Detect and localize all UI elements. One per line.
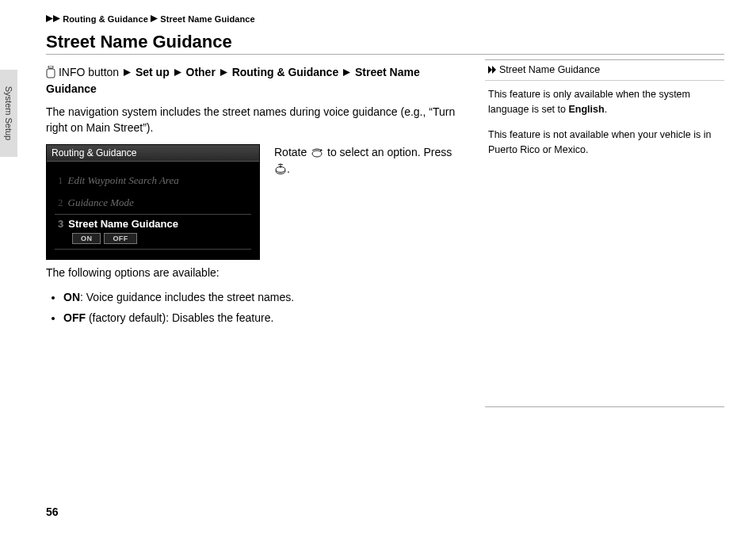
svg-marker-8 [343, 69, 350, 76]
note-title: Street Name Guidance [499, 64, 600, 75]
menu-row-2-label: Guidance Mode [68, 196, 134, 208]
triangle-icon [151, 14, 158, 24]
note-p1: This feature is only available when the … [488, 87, 721, 117]
section-tab: System Setup [0, 70, 17, 157]
nav-other: Other [186, 66, 216, 78]
nav-info: INFO button [59, 66, 119, 78]
intro-text: The navigation system includes the stree… [46, 104, 466, 136]
page-number: 56 [46, 505, 59, 518]
screenshot-row: Routing & Guidance 1Edit Waypoint Search… [46, 144, 466, 260]
note-p1c: . [605, 104, 607, 115]
option-off-label: OFF [63, 311, 86, 324]
menu-row-1-label: Edit Waypoint Search Area [68, 174, 179, 186]
svg-marker-1 [53, 15, 60, 22]
breadcrumb: Routing & Guidance Street Name Guidance [46, 14, 724, 24]
triangle-icon [53, 14, 60, 24]
option-off-text: (factory default): Disables the feature. [86, 311, 273, 324]
note-body: This feature is only available when the … [485, 81, 724, 406]
step-instruction: Rotate to select an option. Press . [274, 144, 466, 177]
svg-marker-15 [488, 66, 492, 74]
nav-setup: Set up [136, 66, 170, 78]
note-p1b: English [568, 104, 604, 115]
toggle-on: ON [72, 233, 101, 244]
manual-page: System Setup Routing & Guidance Street N… [0, 0, 756, 534]
svg-marker-7 [220, 69, 227, 76]
step-c: . [287, 162, 290, 175]
svg-rect-4 [47, 69, 55, 78]
content-columns: INFO button Set up Other Routing & Guida… [46, 59, 724, 407]
step-a: Rotate [274, 146, 310, 158]
menu-row-2: 2Guidance Mode [55, 192, 251, 214]
screenshot-body: 1Edit Waypoint Search Area 2Guidance Mod… [47, 162, 259, 251]
device-screenshot: Routing & Guidance 1Edit Waypoint Search… [46, 144, 260, 260]
double-chevron-icon [488, 64, 498, 75]
on-off-toggle: ON OFF [72, 233, 248, 244]
section-tab-label: System Setup [4, 86, 13, 140]
note-p2: This feature is not available when your … [488, 128, 721, 158]
svg-point-9 [312, 151, 322, 157]
svg-marker-0 [46, 15, 53, 22]
follow-text: The following options are available: [46, 265, 466, 280]
menu-row-1: 1Edit Waypoint Search Area [55, 170, 251, 192]
option-off: OFF (factory default): Disables the feat… [63, 309, 466, 326]
svg-marker-6 [174, 69, 181, 76]
nav-routing: Routing & Guidance [232, 66, 339, 78]
triangle-icon [220, 64, 227, 81]
svg-rect-3 [48, 66, 53, 68]
option-on-label: ON [63, 291, 80, 303]
side-column: Street Name Guidance This feature is onl… [485, 59, 724, 407]
press-dial-icon [274, 162, 287, 175]
option-on-text: : Voice guidance includes the street nam… [80, 291, 294, 303]
option-on: ON: Voice guidance includes the street n… [63, 288, 466, 306]
nav-path: INFO button Set up Other Routing & Guida… [46, 64, 466, 97]
breadcrumb-a: Routing & Guidance [63, 14, 148, 24]
svg-marker-5 [124, 69, 131, 76]
rotate-dial-icon [310, 146, 324, 158]
menu-row-3-label: Street Name Guidance [68, 218, 178, 230]
triangle-icon [124, 64, 131, 81]
options-list: ON: Voice guidance includes the street n… [46, 288, 466, 327]
triangle-icon [46, 14, 53, 24]
svg-marker-2 [151, 15, 158, 22]
toggle-off: OFF [104, 233, 136, 244]
triangle-icon [174, 64, 181, 81]
menu-row-3: 3Street Name Guidance ON OFF [55, 214, 251, 250]
page-title: Street Name Guidance [46, 32, 724, 55]
breadcrumb-b: Street Name Guidance [160, 14, 255, 24]
info-button-icon [46, 66, 55, 78]
note-box: Street Name Guidance This feature is onl… [485, 59, 724, 407]
step-b: to select an option. Press [324, 146, 452, 158]
note-head: Street Name Guidance [485, 60, 724, 81]
triangle-icon [343, 64, 350, 81]
svg-marker-16 [492, 66, 496, 74]
screenshot-title: Routing & Guidance [47, 145, 259, 162]
main-column: INFO button Set up Other Routing & Guida… [46, 59, 466, 407]
